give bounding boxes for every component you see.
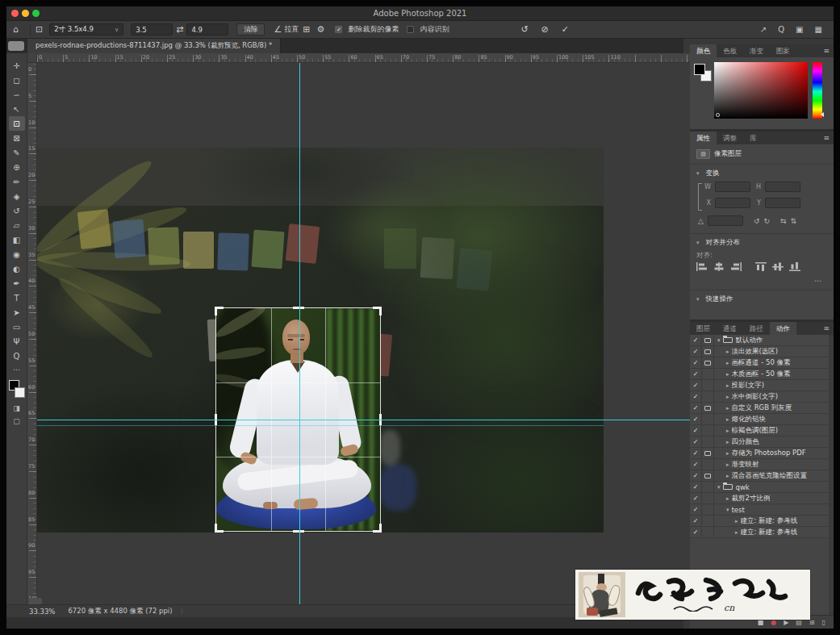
pen-tool[interactable]: ✒ [9, 276, 25, 290]
action-expand-arrow[interactable]: ▸ [726, 473, 729, 479]
action-row[interactable]: ✓▸投影(文字) [690, 380, 829, 391]
action-dialog-toggle[interactable] [702, 335, 714, 345]
action-row[interactable]: ✓▸木质画框 - 50 像素 [690, 369, 829, 380]
align-middle-vertical-icon[interactable] [772, 262, 784, 271]
hand-tool[interactable]: Ψ [9, 334, 25, 349]
action-include-toggle[interactable]: ✓ [690, 335, 702, 345]
action-dialog-toggle[interactable] [702, 448, 714, 458]
width-field[interactable] [715, 182, 750, 192]
action-dialog-toggle[interactable] [702, 527, 714, 537]
clear-button[interactable]: 清除 [236, 23, 265, 36]
type-tool[interactable]: T [9, 290, 25, 305]
align-top-icon[interactable] [755, 262, 767, 271]
eraser-tool[interactable]: ▱ [9, 218, 25, 232]
straighten-button[interactable]: ∠ 拉直 [274, 24, 299, 35]
action-dialog-toggle[interactable] [702, 357, 714, 368]
home-icon[interactable]: ⌂ [13, 25, 19, 34]
scrollbar-track[interactable] [829, 335, 834, 615]
action-include-toggle[interactable]: ✓ [690, 448, 702, 458]
crop-handle[interactable] [293, 307, 304, 309]
action-expand-arrow[interactable]: ▸ [726, 495, 729, 502]
action-expand-arrow[interactable]: ▸ [726, 360, 729, 366]
action-row[interactable]: ✓▾默认动作 [690, 335, 829, 346]
x-field[interactable] [715, 198, 750, 208]
action-dialog-toggle[interactable] [702, 437, 714, 447]
action-expand-arrow[interactable]: ▸ [726, 439, 729, 445]
align-left-icon[interactable] [696, 262, 708, 271]
action-row[interactable]: ✓▸混合器画笔克隆绘图设置 [690, 470, 829, 482]
history-brush-tool[interactable]: ↺ [9, 203, 25, 218]
tab-adjustments[interactable]: 调整 [717, 132, 743, 144]
action-include-toggle[interactable]: ✓ [690, 425, 702, 436]
action-expand-arrow[interactable]: ▸ [726, 405, 729, 411]
clone-stamp-tool[interactable]: ◈ [9, 189, 25, 203]
action-include-toggle[interactable]: ✓ [690, 482, 702, 492]
action-dialog-toggle[interactable] [702, 425, 714, 436]
action-expand-arrow[interactable]: ▸ [726, 382, 729, 389]
action-expand-arrow[interactable]: ▸ [735, 518, 738, 524]
rotate-ccw-icon[interactable]: ↺ [754, 217, 760, 225]
foreground-background-swatch[interactable] [8, 379, 26, 399]
tab-properties[interactable]: 属性 [690, 132, 717, 144]
action-row[interactable]: ✓▸建立: 新建: 参考线 [690, 516, 829, 527]
action-include-toggle[interactable]: ✓ [690, 346, 702, 357]
document-tab[interactable]: pexels-rodnae-productions-8711437.jpg @ … [27, 39, 281, 53]
aspect-ratio-preset-dropdown[interactable]: 2寸 3.5x4.9 ∨ [49, 23, 123, 36]
tab-libraries[interactable]: 库 [743, 132, 763, 144]
panel-menu-icon[interactable]: ≡ [823, 324, 830, 332]
action-expand-arrow[interactable]: ▸ [735, 529, 738, 536]
edit-toolbar-icon[interactable]: ⋯ [9, 363, 25, 376]
action-row[interactable]: ✓▸裁剪2寸比例 [690, 493, 829, 504]
action-row[interactable]: ✓▸水中倒影(文字) [690, 391, 829, 403]
move-tool[interactable]: ✛ [9, 58, 25, 73]
tab-actions[interactable]: 动作 [770, 322, 796, 335]
ruler-left[interactable]: 0510152025303540455055606570758085909510… [27, 63, 37, 604]
action-dialog-toggle[interactable] [702, 493, 714, 503]
shape-tool[interactable]: ▭ [9, 320, 25, 334]
tab-channels[interactable]: 通道 [717, 322, 743, 335]
eyedropper-tool[interactable]: ✎ [9, 145, 25, 160]
action-include-toggle[interactable]: ✓ [690, 504, 702, 515]
angle-field[interactable] [708, 215, 743, 226]
action-dialog-toggle[interactable] [702, 369, 714, 379]
status-options-chevron[interactable]: 〉 [181, 608, 186, 616]
action-include-toggle[interactable]: ✓ [690, 391, 702, 402]
quick-mask-icon[interactable]: ◨ [9, 402, 25, 415]
action-dialog-toggle[interactable] [702, 482, 714, 492]
reset-crop-icon[interactable]: ↺ [520, 24, 528, 35]
object-selection-tool[interactable]: ↖ [9, 102, 25, 116]
crop-handle[interactable] [215, 524, 224, 533]
search-icon[interactable]: Q [778, 25, 784, 34]
action-dialog-toggle[interactable] [702, 346, 714, 357]
canvas[interactable] [37, 63, 690, 604]
action-include-toggle[interactable]: ✓ [690, 403, 702, 413]
frame-tool[interactable]: ⊠ [9, 131, 25, 145]
crop-tool-preset-icon[interactable]: ⊡ [36, 25, 43, 34]
workspace-switcher-icon[interactable]: ▦ [815, 25, 822, 34]
action-row[interactable]: ✓▸棕褐色调(图层) [690, 425, 829, 437]
saturation-brightness-field[interactable] [714, 62, 808, 119]
tab-patterns[interactable]: 图案 [770, 44, 796, 57]
screen-mode-icon[interactable]: ▢ [9, 415, 25, 428]
blur-tool[interactable]: ◉ [9, 247, 25, 261]
crop-height-input[interactable]: 4.9 [186, 23, 228, 36]
brush-tool[interactable]: ✏ [9, 174, 25, 189]
action-expand-arrow[interactable]: ▸ [726, 394, 729, 400]
vertical-guide[interactable] [299, 63, 300, 604]
cancel-crop-icon[interactable]: ⊘ [541, 24, 549, 35]
action-expand-arrow[interactable]: ▸ [726, 349, 729, 355]
action-include-toggle[interactable]: ✓ [690, 357, 702, 368]
share-image-icon[interactable]: ↗ [760, 25, 767, 34]
crop-handle[interactable] [373, 524, 382, 533]
dodge-tool[interactable]: ◐ [9, 261, 25, 276]
align-bottom-icon[interactable] [789, 262, 800, 271]
link-dimensions-icon[interactable] [698, 183, 702, 211]
lasso-tool[interactable]: ∽ [9, 87, 25, 102]
action-include-toggle[interactable]: ✓ [690, 437, 702, 447]
action-include-toggle[interactable]: ✓ [690, 493, 702, 503]
swap-dimensions-icon[interactable]: ⇄ [176, 25, 183, 34]
ruler-corner[interactable] [27, 53, 37, 63]
action-dialog-toggle[interactable] [702, 459, 714, 470]
action-row[interactable]: ✓▸存储为 Photoshop PDF [690, 448, 829, 459]
arrange-documents-icon[interactable]: ▣ [796, 25, 803, 34]
